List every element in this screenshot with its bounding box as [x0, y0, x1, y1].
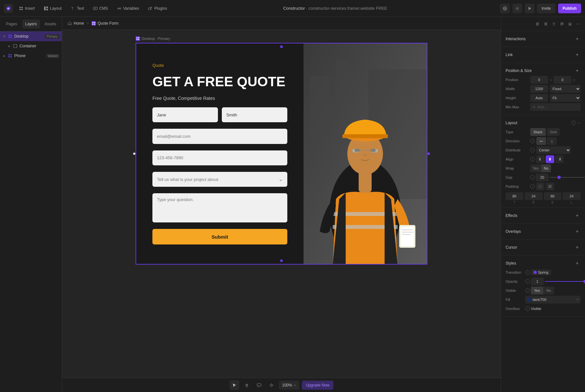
layout-button[interactable]: Layout	[41, 4, 65, 13]
align-top-btn[interactable]	[558, 20, 566, 28]
visible-no-btn[interactable]: No	[543, 287, 554, 294]
distribute-select[interactable]: Center Start End Space Between	[536, 146, 571, 154]
project-select[interactable]: Tell us what is your project about.	[152, 172, 287, 187]
email-input[interactable]	[152, 129, 287, 144]
align-center-h-btn[interactable]	[542, 20, 549, 28]
text-button[interactable]: T Text	[67, 4, 87, 13]
dir-vertical-btn[interactable]: ↕	[547, 137, 557, 145]
position-y-input[interactable]	[554, 76, 571, 84]
play-icon-btn[interactable]	[525, 4, 534, 13]
layout-header[interactable]: Layout i −	[506, 118, 580, 127]
styles-header[interactable]: Styles +	[506, 259, 580, 268]
position-x-input[interactable]	[530, 76, 548, 84]
resize-handle-right[interactable]	[427, 152, 430, 155]
light-tool-btn[interactable]	[267, 380, 276, 390]
padding-unlinked-btn[interactable]	[546, 183, 554, 190]
hand-tool-btn[interactable]	[242, 380, 252, 390]
phone-input[interactable]	[152, 150, 287, 165]
interactions-add-btn[interactable]: +	[574, 36, 580, 42]
variables-button[interactable]: Variables	[114, 4, 142, 13]
padding-l-input[interactable]	[563, 192, 580, 200]
padding-info-icon[interactable]: ○	[530, 184, 535, 189]
width-mode-select[interactable]: Fixed Fill Auto	[550, 85, 580, 93]
styles-add-btn[interactable]: +	[574, 260, 580, 267]
position-size-header[interactable]: Position & Size +	[506, 66, 580, 75]
comment-tool-btn[interactable]	[254, 380, 264, 390]
gap-info-icon[interactable]: ○	[530, 175, 535, 180]
align-center-btn[interactable]	[546, 155, 554, 163]
link-add-btn[interactable]: +	[574, 52, 580, 58]
resize-handle-bottom[interactable]	[280, 259, 283, 262]
resize-handle-top[interactable]	[280, 45, 283, 48]
effects-add-btn[interactable]: +	[574, 212, 580, 219]
cursor-add-btn[interactable]: +	[574, 244, 580, 251]
canvas-frame[interactable]: Quote GET A FREE QUOTE Free Quote, Compe…	[136, 43, 427, 265]
cms-button[interactable]: CMS	[90, 4, 111, 13]
delete-btn[interactable]	[550, 20, 557, 28]
upgrade-button[interactable]: Upgrade Now	[302, 381, 333, 390]
tab-layers[interactable]: Layers	[22, 19, 40, 29]
first-name-input[interactable]	[152, 107, 218, 122]
breadcrumb-current[interactable]: Quote Form	[91, 21, 118, 26]
more-btn[interactable]	[575, 20, 582, 28]
fill-btn[interactable]: dark/700 ×	[525, 296, 580, 303]
plugins-button[interactable]: Plugins	[145, 4, 170, 13]
align-start-btn[interactable]	[536, 155, 545, 163]
visible-info-icon[interactable]: ○	[525, 288, 530, 293]
fill-remove-btn[interactable]: ×	[576, 298, 579, 302]
tab-assets[interactable]: Assets	[41, 19, 59, 29]
effects-header[interactable]: Effects +	[506, 211, 580, 220]
layout-info-icon[interactable]: i	[571, 121, 576, 125]
wrap-no-btn[interactable]: No	[541, 164, 551, 172]
gap-input[interactable]	[536, 173, 549, 181]
gap-slider[interactable]	[550, 177, 585, 178]
layer-container[interactable]: ▸ Container	[0, 41, 62, 51]
layer-desktop[interactable]: ▾ Desktop Primary	[0, 31, 62, 41]
padding-t-input[interactable]	[506, 192, 523, 200]
last-name-input[interactable]	[222, 107, 287, 122]
wrap-yes-btn[interactable]: Yes	[530, 164, 541, 172]
type-grid-btn[interactable]: Grid	[547, 128, 560, 136]
insert-button[interactable]: Insert	[16, 4, 38, 13]
submit-button[interactable]: Submit	[152, 229, 287, 244]
padding-linked-btn[interactable]	[536, 183, 544, 190]
opacity-input[interactable]	[531, 278, 544, 285]
invite-button[interactable]: Invite	[537, 4, 555, 13]
spring-tag[interactable]: Spring	[531, 269, 551, 275]
globe-icon-btn[interactable]	[500, 4, 510, 13]
position-size-add-btn[interactable]: +	[574, 67, 580, 74]
zoom-control[interactable]: 100%	[279, 381, 299, 390]
tab-pages[interactable]: Pages	[3, 19, 21, 29]
message-textarea[interactable]	[152, 193, 287, 222]
type-stack-btn[interactable]: Stack	[530, 128, 546, 136]
min-max-btn[interactable]: Add...	[530, 103, 580, 111]
overlays-header[interactable]: Overlays +	[506, 227, 580, 236]
overlays-add-btn[interactable]: +	[574, 228, 580, 235]
align-bottom-btn[interactable]	[567, 20, 574, 28]
width-input[interactable]	[530, 85, 548, 93]
layer-phone[interactable]: ▸ Phone Variant	[0, 51, 62, 61]
breadcrumb-home[interactable]: Home	[67, 21, 84, 26]
align-end-btn[interactable]	[555, 155, 564, 163]
padding-b-input[interactable]	[544, 192, 562, 200]
align-info-icon[interactable]: ○	[530, 157, 535, 161]
height-input[interactable]	[530, 94, 548, 102]
opacity-slider[interactable]	[545, 281, 585, 282]
canvas-scroll[interactable]: Desktop · Primary Quote GET A FREE QUOTE…	[62, 30, 501, 378]
cursor-tool-btn[interactable]	[230, 380, 239, 390]
cursor-header[interactable]: Cursor +	[506, 243, 580, 252]
resize-handle-left[interactable]	[133, 152, 136, 155]
logo-button[interactable]	[4, 4, 13, 13]
align-left-btn[interactable]	[534, 20, 541, 28]
distribute-info-icon[interactable]: ○	[530, 148, 535, 152]
visible-yes-btn[interactable]: Yes	[531, 287, 543, 294]
link-header[interactable]: Link +	[506, 50, 580, 59]
publish-button[interactable]: Publish	[558, 4, 581, 13]
settings-icon-btn[interactable]	[512, 4, 522, 13]
interactions-header[interactable]: Interactions +	[506, 34, 580, 43]
direction-info-icon[interactable]: ○	[530, 139, 535, 143]
overflow-info-icon[interactable]: ○	[525, 306, 530, 311]
transition-info-icon[interactable]: ○	[525, 270, 530, 275]
dir-horizontal-btn[interactable]: ↔	[536, 137, 546, 145]
opacity-info-icon[interactable]: ○	[525, 279, 530, 284]
